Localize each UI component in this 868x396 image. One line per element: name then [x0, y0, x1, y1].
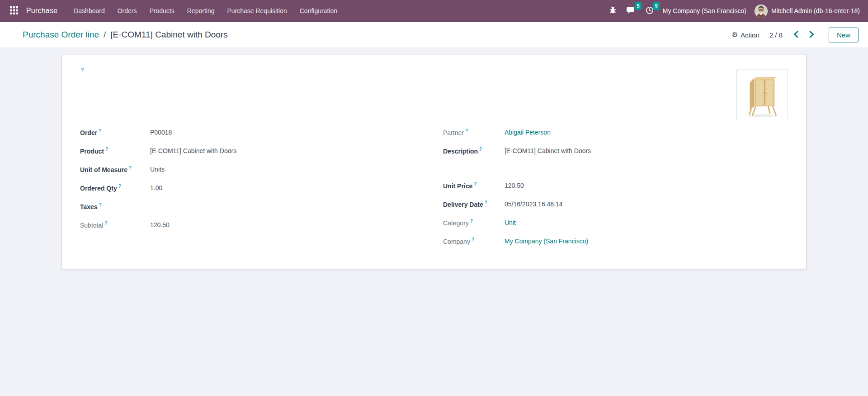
field-row-unit-price: Unit Price? 120.50	[443, 176, 788, 195]
field-value: 05/16/2023 16:46:14	[505, 200, 562, 208]
left-column: Order? P00018 Product? [E-COM11] Cabinet…	[80, 123, 434, 250]
app-brand[interactable]: Purchase	[26, 7, 57, 15]
avatar	[755, 5, 768, 18]
control-panel: Purchase Order line / [E-COM11] Cabinet …	[0, 22, 868, 47]
field-label: Unit of Measure?	[80, 165, 150, 173]
top-navbar: Purchase Dashboard Orders Products Repor…	[0, 0, 868, 22]
field-label: Unit Price?	[443, 182, 505, 190]
company-link[interactable]: My Company (San Francisco)	[505, 238, 588, 245]
messages-count-badge: 5	[635, 2, 642, 10]
title-help-icon: ?	[81, 67, 84, 72]
help-icon: ?	[99, 202, 102, 207]
nav-item-configuration[interactable]: Configuration	[293, 0, 344, 22]
breadcrumb: Purchase Order line / [E-COM11] Cabinet …	[23, 30, 228, 40]
company-switcher[interactable]: My Company (San Francisco)	[663, 7, 746, 14]
help-icon: ?	[104, 221, 107, 226]
help-icon: ?	[105, 147, 108, 152]
debug-menu-button[interactable]	[608, 5, 618, 16]
field-row-subtotal: Subtotal? 120.50	[80, 215, 434, 234]
field-label: Partner?	[443, 128, 505, 136]
field-value: 120.50	[505, 182, 524, 189]
field-value: [E-COM11] Cabinet with Doors	[505, 147, 591, 154]
partner-link[interactable]: Abigail Peterson	[505, 129, 551, 136]
help-icon: ?	[470, 219, 473, 224]
cabinet-image	[737, 69, 788, 120]
chat-icon	[627, 6, 636, 16]
field-label: Description?	[443, 147, 505, 155]
field-label: Order?	[80, 128, 150, 136]
product-image	[736, 70, 788, 119]
right-column: Partner? Abigail Peterson Description? […	[434, 123, 788, 250]
help-icon: ?	[485, 200, 487, 205]
field-label: Delivery Date?	[443, 200, 505, 208]
action-menu-button[interactable]: ⚙ Action	[732, 31, 760, 39]
activities-button[interactable]: 9	[645, 5, 655, 17]
field-row-product: Product? [E-COM11] Cabinet with Doors	[80, 141, 434, 160]
help-icon: ?	[129, 165, 132, 170]
field-row-ordered-qty: Ordered Qty? 1.00	[80, 178, 434, 197]
breadcrumb-current: [E-COM11] Cabinet with Doors	[110, 30, 227, 40]
field-label: Ordered Qty?	[80, 184, 150, 192]
user-menu[interactable]: Mitchell Admin (db-16-enter-18)	[755, 5, 860, 18]
previous-record-button[interactable]	[793, 30, 799, 40]
field-label: Company?	[443, 237, 505, 245]
apps-menu-button[interactable]	[6, 3, 22, 19]
field-label: Category?	[443, 219, 505, 227]
field-label: Subtotal?	[80, 221, 150, 229]
category-link[interactable]: Unit	[505, 219, 516, 226]
bug-icon	[609, 6, 617, 15]
activities-count-badge: 9	[653, 2, 660, 10]
help-icon: ?	[465, 128, 468, 133]
content-area: ?	[0, 47, 868, 396]
user-name: Mitchell Admin (db-16-enter-18)	[771, 7, 860, 14]
help-icon: ?	[474, 182, 476, 186]
form-sheet: ?	[61, 55, 807, 269]
field-label: Taxes?	[80, 202, 150, 210]
field-value: Units	[150, 166, 165, 173]
field-row-order: Order? P00018	[80, 123, 434, 141]
field-row-delivery-date: Delivery Date? 05/16/2023 16:46:14	[443, 195, 788, 213]
chevron-left-icon	[793, 31, 798, 39]
nav-item-products[interactable]: Products	[143, 0, 181, 22]
field-row-description: Description? [E-COM11] Cabinet with Door…	[443, 141, 788, 160]
field-row-partner: Partner? Abigail Peterson	[443, 123, 788, 141]
help-icon: ?	[118, 184, 121, 189]
nav-item-dashboard[interactable]: Dashboard	[67, 0, 111, 22]
field-label: Product?	[80, 147, 150, 155]
nav-item-orders[interactable]: Orders	[111, 0, 143, 22]
field-value: P00018	[150, 129, 172, 136]
field-value: [E-COM11] Cabinet with Doors	[150, 147, 236, 154]
field-value: 1.00	[150, 184, 162, 191]
action-label: Action	[741, 31, 760, 39]
nav-item-purchase-requisition[interactable]: Purchase Requisition	[221, 0, 293, 22]
help-icon: ?	[99, 128, 101, 133]
breadcrumb-parent-link[interactable]: Purchase Order line	[23, 30, 99, 40]
help-icon: ?	[479, 147, 482, 152]
gear-icon: ⚙	[732, 31, 738, 39]
nav-item-reporting[interactable]: Reporting	[181, 0, 221, 22]
record-pager[interactable]: 2 / 8	[769, 31, 783, 39]
field-row-category: Category? Unit	[443, 213, 788, 232]
field-value: 120.50	[150, 221, 170, 228]
messages-button[interactable]: 5	[626, 5, 637, 17]
chevron-right-icon	[809, 31, 814, 39]
clock-icon	[646, 6, 654, 16]
field-row-unit-of-measure: Unit of Measure? Units	[80, 160, 434, 178]
column-spacer	[443, 160, 788, 176]
new-button[interactable]: New	[829, 28, 859, 42]
help-icon: ?	[472, 237, 474, 242]
field-row-company: Company? My Company (San Francisco)	[443, 232, 788, 250]
breadcrumb-separator: /	[104, 30, 106, 40]
apps-grid-icon	[10, 6, 18, 16]
next-record-button[interactable]	[808, 30, 815, 40]
field-row-taxes: Taxes?	[80, 197, 434, 215]
field-grid: Order? P00018 Product? [E-COM11] Cabinet…	[62, 123, 806, 250]
